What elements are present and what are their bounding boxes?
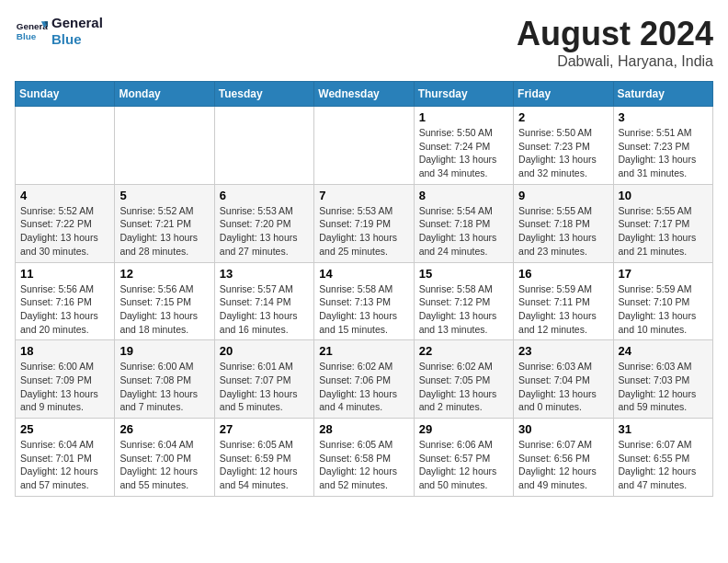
day-number: 29 (419, 422, 508, 436)
calendar-cell: 23Sunrise: 6:03 AM Sunset: 7:04 PM Dayli… (514, 340, 613, 419)
calendar-cell: 12Sunrise: 5:56 AM Sunset: 7:15 PM Dayli… (115, 262, 214, 340)
day-info: Sunrise: 6:03 AM Sunset: 7:03 PM Dayligh… (619, 360, 708, 414)
calendar-cell: 7Sunrise: 5:53 AM Sunset: 7:19 PM Daylig… (314, 184, 414, 262)
day-number: 12 (119, 267, 209, 281)
day-info: Sunrise: 5:58 AM Sunset: 7:13 PM Dayligh… (319, 282, 408, 337)
day-number: 14 (319, 267, 408, 281)
calendar-cell: 16Sunrise: 5:59 AM Sunset: 7:11 PM Dayli… (514, 262, 613, 340)
calendar-cell: 29Sunrise: 6:06 AM Sunset: 6:57 PM Dayli… (414, 419, 513, 497)
calendar-week-row: 18Sunrise: 6:00 AM Sunset: 7:09 PM Dayli… (16, 340, 713, 419)
calendar-cell: 27Sunrise: 6:05 AM Sunset: 6:59 PM Dayli… (214, 419, 313, 497)
svg-text:Blue: Blue (17, 31, 37, 41)
weekday-header-row: SundayMondayTuesdayWednesdayThursdayFrid… (16, 82, 713, 107)
calendar-cell: 10Sunrise: 5:55 AM Sunset: 7:17 PM Dayli… (613, 184, 712, 262)
calendar-cell: 2Sunrise: 5:50 AM Sunset: 7:23 PM Daylig… (514, 107, 613, 185)
day-number: 7 (319, 189, 408, 202)
calendar-cell (214, 107, 313, 185)
day-number: 15 (419, 267, 508, 281)
weekday-header: Monday (115, 82, 214, 107)
day-info: Sunrise: 5:52 AM Sunset: 7:21 PM Dayligh… (119, 204, 209, 259)
logo-icon: General Blue (15, 15, 48, 48)
calendar-cell: 28Sunrise: 6:05 AM Sunset: 6:58 PM Dayli… (314, 419, 414, 497)
day-info: Sunrise: 5:55 AM Sunset: 7:17 PM Dayligh… (619, 204, 708, 259)
weekday-header: Friday (514, 82, 613, 107)
day-info: Sunrise: 5:51 AM Sunset: 7:23 PM Dayligh… (619, 126, 708, 180)
day-number: 31 (619, 422, 708, 436)
day-number: 5 (119, 189, 209, 202)
day-number: 9 (518, 189, 608, 202)
calendar-cell: 30Sunrise: 6:07 AM Sunset: 6:56 PM Dayli… (514, 419, 613, 497)
calendar-cell: 20Sunrise: 6:01 AM Sunset: 7:07 PM Dayli… (214, 340, 313, 419)
day-info: Sunrise: 5:56 AM Sunset: 7:16 PM Dayligh… (20, 282, 109, 337)
day-info: Sunrise: 5:53 AM Sunset: 7:20 PM Dayligh… (220, 204, 309, 259)
calendar-cell: 24Sunrise: 6:03 AM Sunset: 7:03 PM Dayli… (613, 340, 712, 419)
calendar-table: SundayMondayTuesdayWednesdayThursdayFrid… (15, 81, 713, 497)
day-info: Sunrise: 5:56 AM Sunset: 7:15 PM Dayligh… (119, 282, 209, 337)
calendar-cell: 9Sunrise: 5:55 AM Sunset: 7:18 PM Daylig… (514, 184, 613, 262)
calendar-cell: 22Sunrise: 6:02 AM Sunset: 7:05 PM Dayli… (414, 340, 513, 419)
calendar-cell: 4Sunrise: 5:52 AM Sunset: 7:22 PM Daylig… (16, 184, 115, 262)
day-number: 13 (220, 267, 309, 281)
calendar-cell: 25Sunrise: 6:04 AM Sunset: 7:01 PM Dayli… (16, 419, 115, 497)
day-number: 28 (319, 422, 408, 436)
day-number: 17 (619, 267, 708, 281)
weekday-header: Saturday (613, 82, 712, 107)
day-info: Sunrise: 5:59 AM Sunset: 7:11 PM Dayligh… (518, 282, 608, 337)
day-number: 2 (518, 110, 608, 124)
calendar-cell: 13Sunrise: 5:57 AM Sunset: 7:14 PM Dayli… (214, 262, 313, 340)
day-number: 18 (20, 344, 109, 358)
day-info: Sunrise: 5:58 AM Sunset: 7:12 PM Dayligh… (419, 282, 508, 337)
day-number: 24 (619, 344, 708, 358)
logo-general: General (51, 15, 103, 31)
day-info: Sunrise: 6:07 AM Sunset: 6:55 PM Dayligh… (619, 438, 708, 492)
day-number: 23 (518, 344, 608, 358)
calendar-cell (115, 107, 214, 185)
calendar-cell: 31Sunrise: 6:07 AM Sunset: 6:55 PM Dayli… (613, 419, 712, 497)
calendar-cell: 8Sunrise: 5:54 AM Sunset: 7:18 PM Daylig… (414, 184, 513, 262)
calendar-cell: 5Sunrise: 5:52 AM Sunset: 7:21 PM Daylig… (115, 184, 214, 262)
day-number: 1 (419, 110, 508, 124)
day-info: Sunrise: 6:01 AM Sunset: 7:07 PM Dayligh… (220, 360, 309, 414)
day-number: 25 (20, 422, 109, 436)
day-number: 21 (319, 344, 408, 358)
day-info: Sunrise: 5:59 AM Sunset: 7:10 PM Dayligh… (619, 282, 708, 337)
calendar-cell: 14Sunrise: 5:58 AM Sunset: 7:13 PM Dayli… (314, 262, 414, 340)
day-number: 8 (419, 189, 508, 202)
calendar-cell: 18Sunrise: 6:00 AM Sunset: 7:09 PM Dayli… (16, 340, 115, 419)
day-number: 19 (119, 344, 209, 358)
day-info: Sunrise: 5:50 AM Sunset: 7:23 PM Dayligh… (518, 126, 608, 180)
calendar-cell: 15Sunrise: 5:58 AM Sunset: 7:12 PM Dayli… (414, 262, 513, 340)
day-number: 22 (419, 344, 508, 358)
calendar-cell: 1Sunrise: 5:50 AM Sunset: 7:24 PM Daylig… (414, 107, 513, 185)
weekday-header: Tuesday (214, 82, 313, 107)
day-info: Sunrise: 5:52 AM Sunset: 7:22 PM Dayligh… (20, 204, 109, 259)
day-info: Sunrise: 6:03 AM Sunset: 7:04 PM Dayligh… (518, 360, 608, 414)
day-info: Sunrise: 6:04 AM Sunset: 7:01 PM Dayligh… (20, 438, 109, 492)
day-info: Sunrise: 6:05 AM Sunset: 6:59 PM Dayligh… (220, 438, 309, 492)
day-number: 27 (220, 422, 309, 436)
calendar-cell: 19Sunrise: 6:00 AM Sunset: 7:08 PM Dayli… (115, 340, 214, 419)
calendar-week-row: 11Sunrise: 5:56 AM Sunset: 7:16 PM Dayli… (16, 262, 713, 340)
day-number: 10 (619, 189, 708, 202)
day-number: 30 (518, 422, 608, 436)
calendar-cell: 3Sunrise: 5:51 AM Sunset: 7:23 PM Daylig… (613, 107, 712, 185)
day-info: Sunrise: 5:55 AM Sunset: 7:18 PM Dayligh… (518, 204, 608, 259)
day-number: 16 (518, 267, 608, 281)
calendar-cell: 26Sunrise: 6:04 AM Sunset: 7:00 PM Dayli… (115, 419, 214, 497)
day-info: Sunrise: 6:02 AM Sunset: 7:06 PM Dayligh… (319, 360, 408, 414)
weekday-header: Sunday (16, 82, 115, 107)
calendar-cell: 6Sunrise: 5:53 AM Sunset: 7:20 PM Daylig… (214, 184, 313, 262)
calendar-week-row: 25Sunrise: 6:04 AM Sunset: 7:01 PM Dayli… (16, 419, 713, 497)
calendar-cell (16, 107, 115, 185)
day-info: Sunrise: 6:05 AM Sunset: 6:58 PM Dayligh… (319, 438, 408, 492)
day-info: Sunrise: 5:53 AM Sunset: 7:19 PM Dayligh… (319, 204, 408, 259)
weekday-header: Thursday (414, 82, 513, 107)
month-title: August 2024 (517, 15, 713, 53)
calendar-cell: 11Sunrise: 5:56 AM Sunset: 7:16 PM Dayli… (16, 262, 115, 340)
day-info: Sunrise: 6:02 AM Sunset: 7:05 PM Dayligh… (419, 360, 508, 414)
calendar-week-row: 4Sunrise: 5:52 AM Sunset: 7:22 PM Daylig… (16, 184, 713, 262)
day-number: 3 (619, 110, 708, 124)
calendar-cell (314, 107, 414, 185)
day-info: Sunrise: 6:04 AM Sunset: 7:00 PM Dayligh… (119, 438, 209, 492)
calendar-cell: 21Sunrise: 6:02 AM Sunset: 7:06 PM Dayli… (314, 340, 414, 419)
